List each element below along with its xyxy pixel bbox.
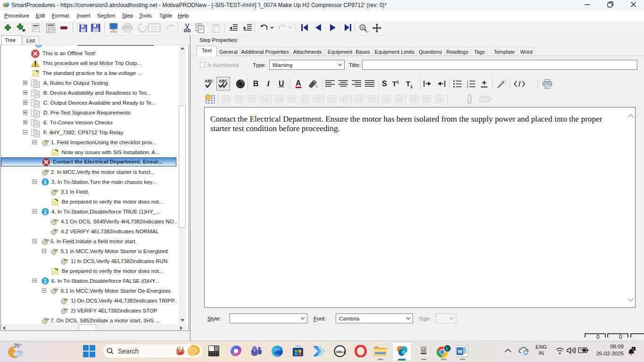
svg-text:T: T [253, 348, 256, 353]
svg-text:ABC: ABC [219, 79, 227, 83]
svg-text:z: z [633, 347, 635, 351]
svg-text:ABC: ABC [205, 79, 213, 83]
svg-text:3: 3 [467, 85, 469, 88]
svg-text:W: W [458, 349, 463, 354]
svg-text:L: L [446, 346, 449, 351]
svg-text:A: A [361, 25, 364, 30]
svg-text:DELL: DELL [336, 350, 346, 354]
